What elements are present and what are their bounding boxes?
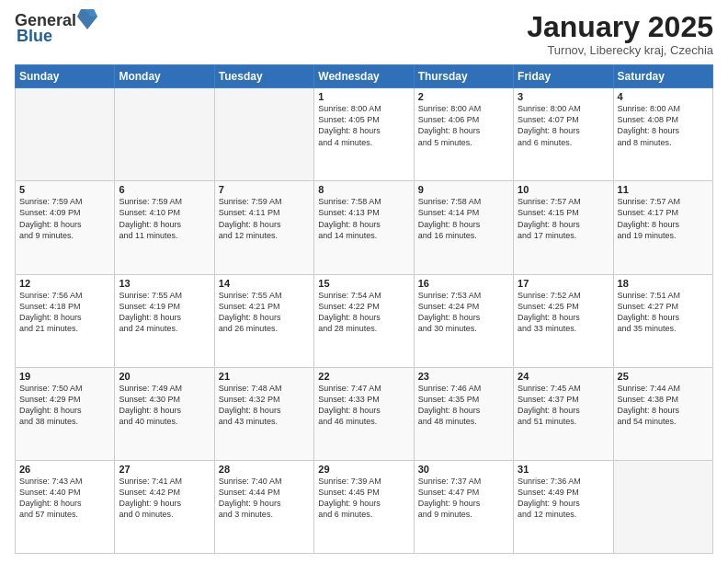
day-info: Sunrise: 7:52 AMSunset: 4:25 PMDaylight:… xyxy=(518,290,609,335)
day-number: 23 xyxy=(418,371,509,382)
calendar-cell xyxy=(613,460,712,553)
logo-blue-text: Blue xyxy=(17,28,52,46)
calendar-cell: 6Sunrise: 7:59 AMSunset: 4:10 PMDaylight… xyxy=(115,181,214,274)
day-info: Sunrise: 7:36 AMSunset: 4:49 PMDaylight:… xyxy=(518,476,609,521)
day-info: Sunrise: 8:00 AMSunset: 4:07 PMDaylight:… xyxy=(518,103,609,148)
day-number: 7 xyxy=(219,184,310,195)
calendar-table: SundayMondayTuesdayWednesdayThursdayFrid… xyxy=(15,64,713,554)
day-number: 24 xyxy=(518,371,609,382)
day-info: Sunrise: 7:58 AMSunset: 4:14 PMDaylight:… xyxy=(418,196,509,241)
location: Turnov, Liberecky kraj, Czechia xyxy=(527,43,713,57)
calendar-week-row: 19Sunrise: 7:50 AMSunset: 4:29 PMDayligh… xyxy=(16,367,713,460)
day-info: Sunrise: 8:00 AMSunset: 4:05 PMDaylight:… xyxy=(318,103,409,148)
calendar-cell: 29Sunrise: 7:39 AMSunset: 4:45 PMDayligh… xyxy=(314,460,414,553)
day-info: Sunrise: 7:47 AMSunset: 4:33 PMDaylight:… xyxy=(318,383,409,428)
day-info: Sunrise: 7:46 AMSunset: 4:35 PMDaylight:… xyxy=(418,383,509,428)
calendar-cell: 1Sunrise: 8:00 AMSunset: 4:05 PMDaylight… xyxy=(314,88,414,181)
weekday-header: Friday xyxy=(514,65,613,88)
day-info: Sunrise: 7:37 AMSunset: 4:47 PMDaylight:… xyxy=(418,476,509,521)
day-number: 14 xyxy=(219,278,310,289)
day-number: 21 xyxy=(219,371,310,382)
day-info: Sunrise: 7:53 AMSunset: 4:24 PMDaylight:… xyxy=(418,290,509,335)
day-number: 20 xyxy=(119,371,210,382)
weekday-header: Tuesday xyxy=(214,65,313,88)
calendar-cell: 15Sunrise: 7:54 AMSunset: 4:22 PMDayligh… xyxy=(314,274,414,367)
calendar-cell xyxy=(214,88,313,181)
day-number: 25 xyxy=(618,371,709,382)
day-number: 6 xyxy=(119,184,210,195)
day-info: Sunrise: 8:00 AMSunset: 4:06 PMDaylight:… xyxy=(418,103,509,148)
day-info: Sunrise: 7:55 AMSunset: 4:19 PMDaylight:… xyxy=(119,290,210,335)
calendar-cell: 11Sunrise: 7:57 AMSunset: 4:17 PMDayligh… xyxy=(613,181,712,274)
calendar-cell: 26Sunrise: 7:43 AMSunset: 4:40 PMDayligh… xyxy=(16,460,115,553)
calendar-cell: 13Sunrise: 7:55 AMSunset: 4:19 PMDayligh… xyxy=(115,274,214,367)
calendar-cell: 4Sunrise: 8:00 AMSunset: 4:08 PMDaylight… xyxy=(613,88,712,181)
day-number: 15 xyxy=(318,278,409,289)
calendar-cell: 24Sunrise: 7:45 AMSunset: 4:37 PMDayligh… xyxy=(514,367,613,460)
weekday-header: Wednesday xyxy=(314,65,414,88)
calendar-cell: 2Sunrise: 8:00 AMSunset: 4:06 PMDaylight… xyxy=(414,88,513,181)
day-number: 27 xyxy=(119,464,210,475)
header: General Blue January 2025 Turnov, Libere… xyxy=(15,11,713,57)
day-info: Sunrise: 7:45 AMSunset: 4:37 PMDaylight:… xyxy=(518,383,609,428)
calendar-cell: 30Sunrise: 7:37 AMSunset: 4:47 PMDayligh… xyxy=(414,460,513,553)
day-number: 29 xyxy=(318,464,409,475)
calendar-cell: 3Sunrise: 8:00 AMSunset: 4:07 PMDaylight… xyxy=(514,88,613,181)
calendar-cell: 14Sunrise: 7:55 AMSunset: 4:21 PMDayligh… xyxy=(214,274,313,367)
day-number: 12 xyxy=(19,278,110,289)
day-info: Sunrise: 7:41 AMSunset: 4:42 PMDaylight:… xyxy=(119,476,210,521)
day-info: Sunrise: 7:51 AMSunset: 4:27 PMDaylight:… xyxy=(618,290,709,335)
day-number: 30 xyxy=(418,464,509,475)
day-info: Sunrise: 7:56 AMSunset: 4:18 PMDaylight:… xyxy=(19,290,110,335)
day-number: 11 xyxy=(618,184,709,195)
day-number: 5 xyxy=(19,184,110,195)
weekday-header: Thursday xyxy=(414,65,513,88)
day-number: 31 xyxy=(518,464,609,475)
calendar-body: 1Sunrise: 8:00 AMSunset: 4:05 PMDaylight… xyxy=(16,88,713,554)
day-info: Sunrise: 7:59 AMSunset: 4:11 PMDaylight:… xyxy=(219,196,310,241)
calendar-cell: 10Sunrise: 7:57 AMSunset: 4:15 PMDayligh… xyxy=(514,181,613,274)
day-number: 9 xyxy=(418,184,509,195)
day-number: 16 xyxy=(418,278,509,289)
calendar-cell xyxy=(16,88,115,181)
calendar-cell: 31Sunrise: 7:36 AMSunset: 4:49 PMDayligh… xyxy=(514,460,613,553)
calendar-cell: 18Sunrise: 7:51 AMSunset: 4:27 PMDayligh… xyxy=(613,274,712,367)
calendar-cell: 21Sunrise: 7:48 AMSunset: 4:32 PMDayligh… xyxy=(214,367,313,460)
day-info: Sunrise: 7:48 AMSunset: 4:32 PMDaylight:… xyxy=(219,383,310,428)
weekday-header-row: SundayMondayTuesdayWednesdayThursdayFrid… xyxy=(16,65,713,88)
day-info: Sunrise: 7:44 AMSunset: 4:38 PMDaylight:… xyxy=(618,383,709,428)
calendar-cell xyxy=(115,88,214,181)
calendar-cell: 9Sunrise: 7:58 AMSunset: 4:14 PMDaylight… xyxy=(414,181,513,274)
logo-icon xyxy=(77,7,97,31)
day-info: Sunrise: 7:50 AMSunset: 4:29 PMDaylight:… xyxy=(19,383,110,428)
day-info: Sunrise: 7:40 AMSunset: 4:44 PMDaylight:… xyxy=(219,476,310,521)
day-number: 4 xyxy=(618,91,709,102)
day-number: 17 xyxy=(518,278,609,289)
calendar-cell: 28Sunrise: 7:40 AMSunset: 4:44 PMDayligh… xyxy=(214,460,313,553)
calendar-cell: 17Sunrise: 7:52 AMSunset: 4:25 PMDayligh… xyxy=(514,274,613,367)
day-number: 18 xyxy=(618,278,709,289)
calendar-cell: 7Sunrise: 7:59 AMSunset: 4:11 PMDaylight… xyxy=(214,181,313,274)
calendar-cell: 19Sunrise: 7:50 AMSunset: 4:29 PMDayligh… xyxy=(16,367,115,460)
day-info: Sunrise: 7:43 AMSunset: 4:40 PMDaylight:… xyxy=(19,476,110,521)
day-info: Sunrise: 7:57 AMSunset: 4:15 PMDaylight:… xyxy=(518,196,609,241)
weekday-header: Sunday xyxy=(16,65,115,88)
day-info: Sunrise: 7:39 AMSunset: 4:45 PMDaylight:… xyxy=(318,476,409,521)
day-number: 3 xyxy=(518,91,609,102)
calendar-cell: 5Sunrise: 7:59 AMSunset: 4:09 PMDaylight… xyxy=(16,181,115,274)
calendar-cell: 22Sunrise: 7:47 AMSunset: 4:33 PMDayligh… xyxy=(314,367,414,460)
day-number: 8 xyxy=(318,184,409,195)
calendar-cell: 16Sunrise: 7:53 AMSunset: 4:24 PMDayligh… xyxy=(414,274,513,367)
page: General Blue January 2025 Turnov, Libere… xyxy=(0,0,728,563)
day-number: 1 xyxy=(318,91,409,102)
calendar-cell: 12Sunrise: 7:56 AMSunset: 4:18 PMDayligh… xyxy=(16,274,115,367)
day-info: Sunrise: 7:58 AMSunset: 4:13 PMDaylight:… xyxy=(318,196,409,241)
day-number: 10 xyxy=(518,184,609,195)
day-info: Sunrise: 7:49 AMSunset: 4:30 PMDaylight:… xyxy=(119,383,210,428)
calendar-cell: 8Sunrise: 7:58 AMSunset: 4:13 PMDaylight… xyxy=(314,181,414,274)
weekday-header: Monday xyxy=(115,65,214,88)
calendar-week-row: 12Sunrise: 7:56 AMSunset: 4:18 PMDayligh… xyxy=(16,274,713,367)
logo: General Blue xyxy=(15,11,97,46)
day-number: 19 xyxy=(19,371,110,382)
day-number: 22 xyxy=(318,371,409,382)
